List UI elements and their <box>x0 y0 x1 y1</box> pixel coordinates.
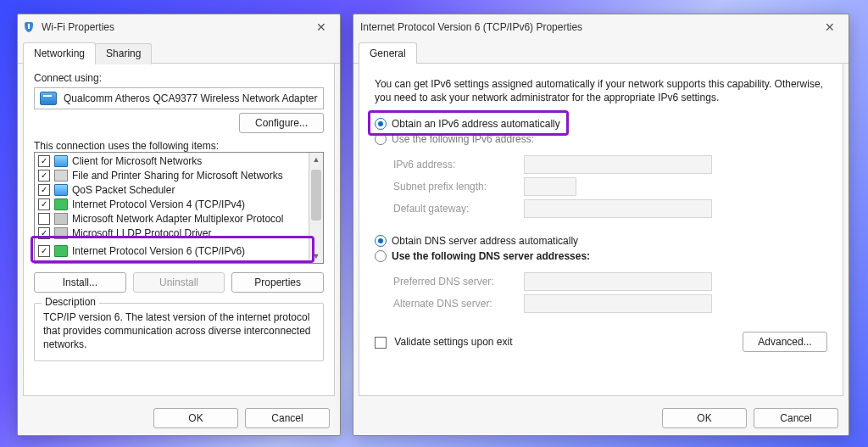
radio-use-dns[interactable]: Use the following DNS server addresses: <box>375 250 827 262</box>
description-group: Description TCP/IP version 6. The latest… <box>34 303 324 361</box>
list-item[interactable]: Client for Microsoft Networks <box>35 154 309 168</box>
protocol-icon <box>54 170 68 182</box>
field-preferred-dns: Preferred DNS server: <box>393 272 827 291</box>
field-prefix-length: Subnet prefix length: <box>393 177 827 196</box>
adapter-icon <box>40 92 57 105</box>
checkbox-icon[interactable] <box>38 198 50 210</box>
ipv6-title: Internet Protocol Version 6 (TCP/IPv6) P… <box>360 21 582 33</box>
wifi-properties-dialog: Wi-Fi Properties ✕ Networking Sharing Co… <box>17 14 341 436</box>
radio-off-icon <box>375 250 387 262</box>
list-item-label: File and Printer Sharing for Microsoft N… <box>72 170 283 182</box>
cancel-button[interactable]: Cancel <box>754 408 838 428</box>
checkbox-icon[interactable] <box>38 184 50 196</box>
wifi-tabpage: Connect using: Qualcomm Atheros QCA9377 … <box>23 64 335 396</box>
checkbox-icon[interactable] <box>38 155 50 167</box>
list-item-label: Client for Microsoft Networks <box>72 155 202 167</box>
close-icon[interactable]: ✕ <box>818 17 842 37</box>
list-item-label: Microsoft Network Adapter Multiplexor Pr… <box>72 213 283 225</box>
protocol-icon <box>54 227 68 239</box>
list-item[interactable]: Internet Protocol Version 6 (TCP/IPv6) <box>35 243 309 258</box>
install-button[interactable]: Install... <box>34 272 126 293</box>
description-text: TCP/IP version 6. The latest version of … <box>43 310 314 352</box>
tab-sharing[interactable]: Sharing <box>95 43 152 64</box>
list-item-label: Internet Protocol Version 4 (TCP/IPv4) <box>72 198 245 210</box>
alternate-dns-input <box>524 294 712 313</box>
connection-items-list[interactable]: Client for Microsoft NetworksFile and Pr… <box>34 152 324 264</box>
wifi-title: Wi-Fi Properties <box>42 21 114 33</box>
protocol-icon <box>54 155 68 167</box>
connect-using-label: Connect using: <box>34 72 324 84</box>
protocol-icon <box>54 245 68 257</box>
default-gateway-input <box>524 199 712 218</box>
radio-auto-dns[interactable]: Obtain DNS server address automatically <box>375 235 827 247</box>
ipv6-tabpage: You can get IPv6 settings assigned autom… <box>359 64 843 396</box>
field-default-gateway: Default gateway: <box>393 199 827 218</box>
ipv6-address-input <box>524 155 712 174</box>
protocol-icon <box>54 213 68 225</box>
shield-icon <box>25 22 33 32</box>
checkbox-icon[interactable] <box>38 227 50 239</box>
ok-button[interactable]: OK <box>662 408 747 428</box>
ipv6-properties-dialog: Internet Protocol Version 6 (TCP/IPv6) P… <box>353 14 849 436</box>
ipv6-titlebar[interactable]: Internet Protocol Version 6 (TCP/IPv6) P… <box>353 14 849 40</box>
checkbox-icon[interactable] <box>375 337 387 349</box>
prefix-length-input <box>524 177 576 196</box>
list-item[interactable]: QoS Packet Scheduler <box>35 182 309 197</box>
wifi-tabs: Networking Sharing <box>18 42 340 64</box>
protocol-icon <box>54 198 68 210</box>
checkbox-icon[interactable] <box>38 213 50 225</box>
list-item[interactable]: Microsoft Network Adapter Multiplexor Pr… <box>35 211 309 226</box>
close-icon[interactable]: ✕ <box>309 17 333 37</box>
checkbox-icon[interactable] <box>38 170 50 182</box>
scroll-down-icon[interactable]: ▼ <box>309 249 323 263</box>
field-alternate-dns: Alternate DNS server: <box>393 294 827 313</box>
configure-button[interactable]: Configure... <box>239 113 324 133</box>
radio-use-address[interactable]: Use the following IPv6 address: <box>375 133 827 145</box>
scroll-up-icon[interactable]: ▲ <box>309 153 323 166</box>
list-item[interactable]: File and Printer Sharing for Microsoft N… <box>35 168 309 182</box>
list-item[interactable]: Internet Protocol Version 4 (TCP/IPv4) <box>35 197 309 211</box>
description-legend: Description <box>42 296 99 308</box>
tab-general[interactable]: General <box>359 42 417 64</box>
advanced-button[interactable]: Advanced... <box>743 332 827 352</box>
radio-auto-address[interactable]: Obtain an IPv6 address automatically <box>375 118 827 130</box>
wifi-titlebar[interactable]: Wi-Fi Properties ✕ <box>18 14 340 40</box>
scrollbar[interactable]: ▲ ▼ <box>309 153 323 263</box>
radio-on-icon <box>375 118 387 130</box>
ok-button[interactable]: OK <box>153 408 238 428</box>
radio-off-icon <box>375 133 387 145</box>
validate-row[interactable]: Validate settings upon exit <box>375 336 513 349</box>
protocol-icon <box>54 184 68 196</box>
ipv6-tabs: General <box>353 42 849 64</box>
items-label: This connection uses the following items… <box>34 140 324 152</box>
list-item[interactable]: Microsoft LLDP Protocol Driver <box>35 226 309 240</box>
scroll-thumb[interactable] <box>311 170 321 221</box>
tab-networking[interactable]: Networking <box>23 42 96 64</box>
list-item-label: Microsoft LLDP Protocol Driver <box>72 227 212 239</box>
list-item-label: QoS Packet Scheduler <box>72 184 175 196</box>
list-item-label: Internet Protocol Version 6 (TCP/IPv6) <box>72 245 245 257</box>
checkbox-icon[interactable] <box>38 245 50 257</box>
ipv6-info: You can get IPv6 settings assigned autom… <box>375 77 827 104</box>
adapter-name: Qualcomm Atheros QCA9377 Wireless Networ… <box>64 92 317 104</box>
cancel-button[interactable]: Cancel <box>245 408 330 428</box>
radio-on-icon <box>375 235 387 247</box>
uninstall-button: Uninstall <box>133 272 225 293</box>
properties-button[interactable]: Properties <box>231 272 324 293</box>
preferred-dns-input <box>524 272 712 291</box>
field-ipv6-address: IPv6 address: <box>393 155 827 174</box>
